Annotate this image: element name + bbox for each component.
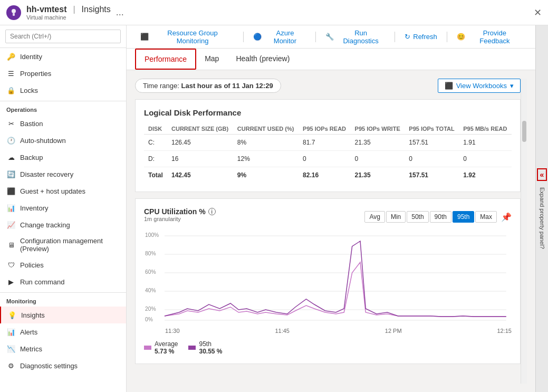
legend-95th-color — [188, 346, 196, 350]
clock-icon: 🕐 — [6, 136, 16, 145]
cpu-chart-title: CPU Utilization % i — [144, 207, 216, 216]
sidebar-item-auto-shutdown[interactable]: 🕐 Auto-shutdown — [0, 132, 126, 149]
svg-text:40%: 40% — [145, 288, 156, 293]
sidebar-item-properties[interactable]: ☰ Properties — [0, 65, 126, 82]
tab-performance[interactable]: Performance — [135, 49, 196, 70]
sidebar-item-backup[interactable]: ☁ Backup — [0, 149, 126, 166]
main-container: 🔑 Identity ☰ Properties 🔒 Locks Operatio… — [0, 25, 548, 392]
chart-x-labels: 11:30 11:45 12 PM 12:15 — [144, 326, 512, 336]
backup-icon: ☁ — [6, 152, 16, 162]
sidebar-item-identity[interactable]: 🔑 Identity — [0, 48, 126, 65]
sidebar-item-config-management[interactable]: 🖥 Configuration management (Preview) — [0, 233, 126, 256]
sidebar-item-inventory[interactable]: 📊 Inventory — [0, 199, 126, 216]
cpu-chart-title-group: CPU Utilization % i 1m granularity — [144, 207, 216, 226]
col-mb-read: P95 MB/s READ — [459, 123, 512, 135]
toolbar: ⬛ Resource Group Monitoring 🔵 Azure Moni… — [127, 25, 535, 49]
sidebar-item-alerts[interactable]: 📊 Alerts — [0, 323, 126, 340]
svg-text:20%: 20% — [145, 306, 156, 312]
content-panel: Time range: Last hour as of 11 Jan 12:29… — [135, 79, 521, 384]
tab-health[interactable]: Health (preview) — [227, 49, 298, 70]
avg-line — [165, 262, 506, 317]
time-range-label: Time range: — [143, 82, 179, 90]
search-input[interactable] — [5, 30, 121, 43]
svg-text:0%: 0% — [145, 317, 153, 322]
sidebar-item-bastion[interactable]: ✂ Bastion — [0, 115, 126, 132]
azure-monitor-button[interactable]: 🔵 Azure Monitor — [248, 26, 311, 47]
tabs-area: Performance Map Health (preview) — [127, 49, 535, 70]
info-icon: i — [208, 208, 216, 215]
sidebar-item-change-tracking[interactable]: 📈 Change tracking — [0, 216, 126, 233]
svg-text:60%: 60% — [145, 269, 156, 275]
pin-icon[interactable]: 📌 — [501, 212, 512, 222]
legend-avg: Average 5.73 % — [144, 340, 178, 355]
col-used: CURRENT USED (%) — [233, 123, 299, 135]
sidebar-item-metrics[interactable]: 📉 Metrics — [0, 340, 126, 357]
key-icon: 🔑 — [6, 52, 16, 61]
sidebar-search-container — [0, 25, 126, 48]
resource-group-monitoring-button[interactable]: ⬛ Resource Group Monitoring — [135, 26, 239, 47]
time-range-pill: Time range: Last hour as of 11 Jan 12:29 — [135, 79, 281, 93]
disk-table-title: Logical Disk Performance — [144, 108, 512, 117]
provide-feedback-button[interactable]: 😊 Provide Feedback — [451, 26, 527, 47]
scroll-indicator — [521, 79, 527, 384]
sidebar-item-policies[interactable]: 🛡 Policies — [0, 256, 126, 273]
chart-btn-95th[interactable]: 95th — [453, 211, 474, 223]
col-iops-total: P95 IOPs TOTAL — [405, 123, 459, 135]
p95-line — [165, 241, 506, 317]
chart-buttons: Avg Min 50th 90th 95th Max — [364, 211, 497, 223]
table-row: C: 126.45 8% 81.7 21.35 157.51 1.91 — [144, 135, 512, 151]
time-range-value: Last hour as of 11 Jan 12:29 — [181, 82, 273, 90]
app-header: hh-vmtest | Insights Virtual machine ...… — [0, 0, 548, 25]
cpu-chart-svg: 100% 80% 60% 40% 20% 0% — [144, 231, 512, 326]
alerts-icon: 📊 — [6, 327, 16, 337]
bastion-icon: ✂ — [6, 119, 16, 128]
sidebar-item-run-command[interactable]: ▶ Run command — [0, 273, 126, 290]
close-button[interactable]: ✕ — [534, 7, 542, 18]
expand-property-panel[interactable]: « Expand property panel? — [535, 25, 548, 392]
sidebar-item-disaster-recovery[interactable]: 🔄 Disaster recovery — [0, 166, 126, 183]
dr-icon: 🔄 — [6, 169, 16, 179]
sidebar-item-locks[interactable]: 🔒 Locks — [0, 82, 126, 99]
policy-icon: 🛡 — [6, 260, 16, 270]
cpu-chart-container: CPU Utilization % i 1m granularity Avg M… — [135, 198, 521, 364]
table-row-total: Total 142.45 9% 82.16 21.35 157.51 1.92 — [144, 167, 512, 184]
col-iops-write: P95 IOPs WRITE — [351, 123, 405, 135]
svg-text:80%: 80% — [145, 251, 156, 256]
workbooks-icon: ⬛ — [445, 82, 453, 90]
sidebar-item-insights[interactable]: 💡 Insights — [0, 307, 126, 323]
page-title: Insights — [82, 5, 111, 14]
col-size: CURRENT SIZE (GB) — [167, 123, 233, 135]
legend-avg-color — [144, 346, 151, 350]
chart-btn-avg[interactable]: Avg — [364, 211, 384, 223]
cpu-chart-subtitle: 1m granularity — [144, 216, 216, 222]
section-operations: Operations — [0, 101, 126, 115]
inventory-icon: 📊 — [6, 203, 16, 213]
chart-btn-50th[interactable]: 50th — [407, 211, 428, 223]
app-title-group: hh-vmtest | Insights Virtual machine — [26, 5, 111, 21]
view-workbooks-button[interactable]: ⬛ View Workbooks ▾ — [438, 79, 521, 93]
wrench-icon: 🔧 — [325, 33, 334, 41]
col-iops-read: P95 IOPs READ — [299, 123, 350, 135]
col-disk: DISK — [144, 123, 167, 135]
disk-table-container: Logical Disk Performance DISK CURRENT SI… — [135, 99, 521, 192]
tracking-icon: 📈 — [6, 220, 16, 230]
sidebar-item-diagnostic-settings[interactable]: ⚙ Diagnostic settings — [0, 357, 126, 374]
monitor-icon: ⬛ — [140, 33, 149, 41]
chart-btn-max[interactable]: Max — [475, 211, 497, 223]
tab-map[interactable]: Map — [196, 49, 227, 70]
run-diagnostics-button[interactable]: 🔧 Run Diagnostics — [320, 26, 390, 47]
table-row: D: 16 12% 0 0 0 0 — [144, 151, 512, 167]
more-options-button[interactable]: ... — [116, 7, 124, 18]
refresh-button[interactable]: ↻ Refresh — [399, 30, 443, 43]
main-content: Time range: Last hour as of 11 Jan 12:29… — [127, 70, 535, 392]
chart-btn-90th[interactable]: 90th — [430, 211, 451, 223]
chart-btn-min[interactable]: Min — [386, 211, 406, 223]
metrics-icon: 📉 — [6, 344, 16, 353]
diagnostic-icon: ⚙ — [6, 361, 16, 370]
time-range-bar: Time range: Last hour as of 11 Jan 12:29… — [135, 79, 521, 93]
svg-point-0 — [12, 9, 16, 13]
sidebar-item-guest-host-updates[interactable]: ⬛ Guest + host updates — [0, 183, 126, 199]
chevron-left-icon: « — [537, 168, 547, 181]
scroll-thumb[interactable] — [522, 121, 526, 142]
svg-text:100%: 100% — [145, 232, 159, 238]
